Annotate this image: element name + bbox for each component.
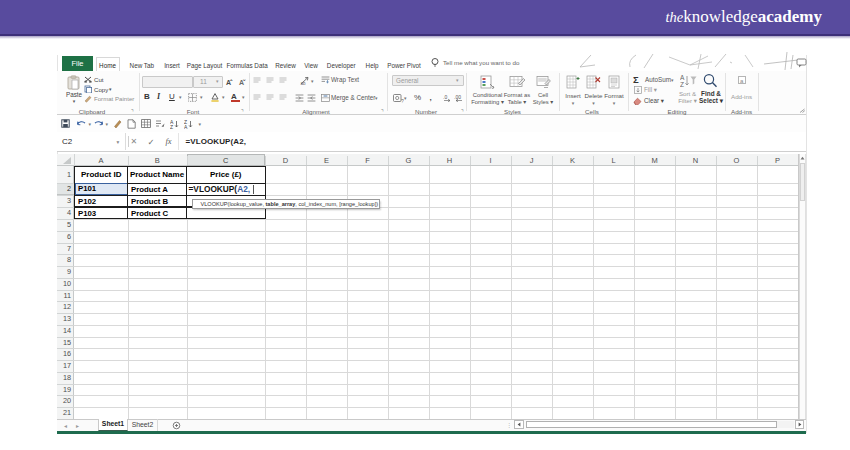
svg-text:Z: Z	[680, 81, 684, 88]
svg-text:Z: Z	[170, 124, 173, 129]
svg-text:A: A	[680, 74, 685, 81]
svg-text:ab: ab	[300, 80, 306, 84]
svg-text:A: A	[184, 124, 188, 129]
